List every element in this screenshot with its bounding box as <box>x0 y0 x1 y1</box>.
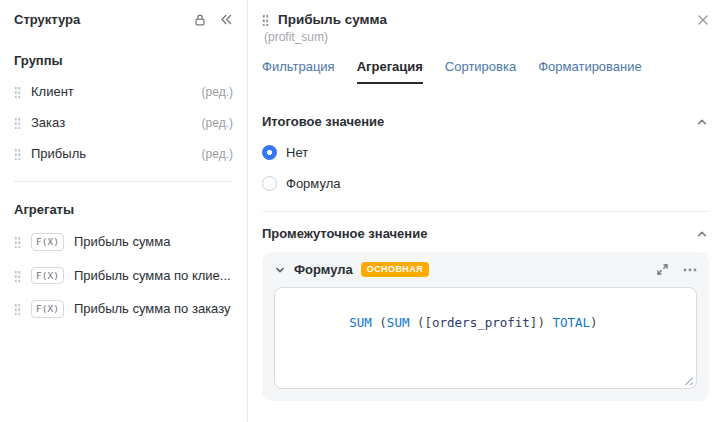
chevron-up-icon[interactable] <box>695 115 709 129</box>
collapse-sidebar-icon[interactable] <box>219 13 233 26</box>
radio-option-none[interactable]: Нет <box>262 145 709 160</box>
edit-link[interactable]: (ред.) <box>202 85 233 99</box>
section-title: Промежуточное значение <box>262 226 427 241</box>
group-label: Заказ <box>31 115 192 130</box>
group-label: Прибыль <box>31 146 192 161</box>
code-token-punct: ) <box>590 315 598 330</box>
fx-badge: F(X) <box>31 233 64 251</box>
drag-handle-icon[interactable] <box>14 269 21 282</box>
sidebar-actions <box>193 13 233 27</box>
edit-link[interactable]: (ред.) <box>202 116 233 130</box>
code-token-function: SUM <box>387 315 410 330</box>
tab-aggregation[interactable]: Агрегация <box>357 59 423 84</box>
radio-option-formula[interactable]: Формула <box>262 176 709 191</box>
radio-selected-icon[interactable] <box>262 145 277 160</box>
dataset-editor: Структура Группы Клиент <box>0 0 723 422</box>
drag-handle-icon[interactable] <box>14 147 21 160</box>
chevron-up-icon[interactable] <box>695 227 709 241</box>
group-label: Клиент <box>31 84 192 99</box>
aggregate-item-profit-sum-by-client[interactable]: F(X) Прибыль сумма по клие... <box>0 259 247 293</box>
groups-section-header: Группы <box>0 33 247 76</box>
formula-card: Формула ОСНОВНАЯ <box>262 252 709 401</box>
drag-handle-icon[interactable] <box>14 235 21 248</box>
fx-badge: F(X) <box>31 300 64 318</box>
intermediate-value-section-header: Промежуточное значение <box>262 226 709 241</box>
chevron-down-icon[interactable] <box>274 264 286 276</box>
drag-handle-icon[interactable] <box>14 85 21 98</box>
drag-handle-icon[interactable] <box>14 302 21 315</box>
aggregate-label: Прибыль сумма по клие... <box>74 268 233 283</box>
radio-unselected-icon[interactable] <box>262 176 277 191</box>
field-settings-panel: Прибыль сумма (profit_sum) Фильтрация Аг… <box>248 0 723 422</box>
field-id-subtitle: (profit_sum) <box>264 30 709 44</box>
close-icon[interactable] <box>697 14 709 26</box>
tab-filtration[interactable]: Фильтрация <box>262 59 335 84</box>
main-badge: ОСНОВНАЯ <box>361 262 429 277</box>
drag-handle-icon[interactable] <box>14 116 21 129</box>
aggregate-item-profit-sum[interactable]: F(X) Прибыль сумма <box>0 225 247 259</box>
fx-badge: F(X) <box>31 267 64 285</box>
aggregate-item-profit-sum-by-order[interactable]: F(X) Прибыль сумма по заказу <box>0 292 247 326</box>
drag-handle-icon[interactable] <box>262 13 269 26</box>
formula-card-title: Формула <box>294 262 353 277</box>
code-token-field: orders_profit <box>432 315 530 330</box>
expand-icon[interactable] <box>656 263 669 276</box>
total-value-section-header: Итоговое значение <box>262 114 709 129</box>
code-token-punct: ( <box>372 315 387 330</box>
formula-card-header: Формула ОСНОВНАЯ <box>274 262 697 277</box>
radio-label: Нет <box>286 145 308 160</box>
lock-icon[interactable] <box>193 13 207 27</box>
section-divider <box>262 211 709 212</box>
group-item-profit[interactable]: Прибыль (ред.) <box>0 138 247 169</box>
aggregate-label: Прибыль сумма по заказу <box>74 301 233 316</box>
group-item-order[interactable]: Заказ (ред.) <box>0 107 247 138</box>
resize-grip-icon[interactable] <box>684 376 693 385</box>
tab-formatting[interactable]: Форматирование <box>538 59 642 84</box>
formula-card-actions <box>656 263 697 276</box>
code-token-function: SUM <box>349 315 372 330</box>
code-token-keyword: TOTAL <box>545 315 590 330</box>
radio-label: Формула <box>286 176 340 191</box>
formula-editor[interactable]: SUM (SUM ([orders_profit]) TOTAL) <box>274 287 697 389</box>
aggregates-section-header: Агрегаты <box>0 182 247 225</box>
section-title: Итоговое значение <box>262 114 384 129</box>
edit-link[interactable]: (ред.) <box>202 147 233 161</box>
sidebar-header: Структура <box>0 10 247 33</box>
more-icon[interactable] <box>683 268 697 272</box>
tabs: Фильтрация Агрегация Сортировка Форматир… <box>262 59 709 84</box>
panel-header: Прибыль сумма <box>262 12 709 27</box>
panel-title: Прибыль сумма <box>278 12 387 27</box>
group-item-client[interactable]: Клиент (ред.) <box>0 76 247 107</box>
structure-sidebar: Структура Группы Клиент <box>0 0 248 422</box>
aggregate-label: Прибыль сумма <box>74 234 233 249</box>
code-token-punct: ]) <box>530 315 545 330</box>
tab-sorting[interactable]: Сортировка <box>445 59 516 84</box>
sidebar-title: Структура <box>14 12 80 27</box>
code-token-punct: ([ <box>409 315 432 330</box>
